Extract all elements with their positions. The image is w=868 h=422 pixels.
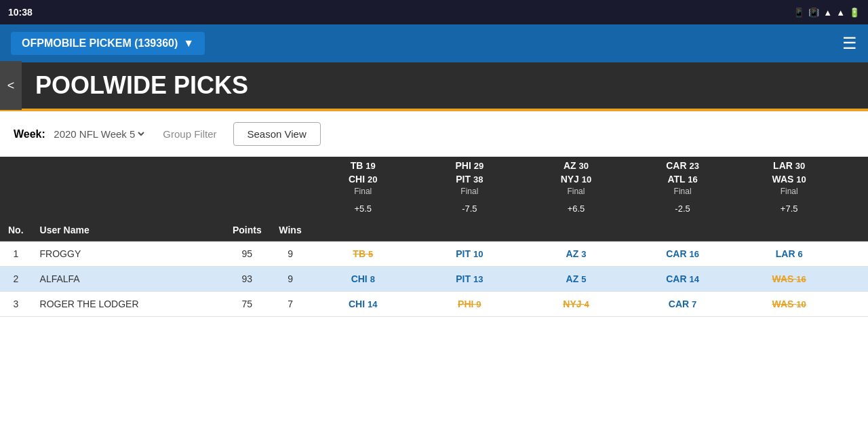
picks-table-container: TB 19 CHI 20 Final PHI 29 PIT 38 Final A… bbox=[0, 157, 868, 317]
matchup-header-2: AZ 30 NYJ 10 Final bbox=[523, 157, 629, 200]
week-select[interactable]: 2020 NFL Week 5 bbox=[51, 128, 146, 140]
row-wins: 9 bbox=[271, 242, 309, 267]
matchup-header-row: TB 19 CHI 20 Final PHI 29 PIT 38 Final A… bbox=[0, 157, 868, 200]
page-header: < POOLWIDE PICKS bbox=[0, 62, 868, 111]
table-row: 2 ALFALFA 93 9 CHI 8PIT 13AZ 5CAR 14WAS … bbox=[0, 267, 868, 292]
week-label: Week: 2020 NFL Week 5 bbox=[14, 128, 146, 140]
signal-icon: ▲ bbox=[836, 7, 845, 18]
season-view-button[interactable]: Season View bbox=[233, 122, 321, 146]
row-points: 95 bbox=[223, 242, 271, 267]
battery-icon: 🔋 bbox=[849, 7, 860, 18]
pick-cell-0-0: TB 5 bbox=[310, 242, 416, 267]
page-title: POOLWIDE PICKS bbox=[35, 71, 248, 100]
row-name: FROGGY bbox=[32, 242, 224, 267]
pick-cell-1-1: PIT 13 bbox=[416, 267, 523, 292]
row-no: 1 bbox=[0, 242, 32, 267]
spread-1: -7.5 bbox=[416, 200, 523, 219]
col-no: No. bbox=[0, 219, 32, 242]
pick-cell-1-4: WAS 16 bbox=[736, 267, 842, 292]
col-wins: Wins bbox=[271, 219, 309, 242]
back-button[interactable]: < bbox=[0, 61, 22, 110]
row-name: ROGER THE LODGER bbox=[32, 292, 224, 317]
picks-table: TB 19 CHI 20 Final PHI 29 PIT 38 Final A… bbox=[0, 157, 868, 317]
nav-brand[interactable]: OFPMOBILE PICKEM (139360) ▼ bbox=[11, 32, 205, 55]
phone-icon: 📱 bbox=[793, 7, 804, 18]
wifi-icon: ▲ bbox=[823, 7, 832, 18]
row-points: 93 bbox=[223, 267, 271, 292]
col-match-2 bbox=[523, 219, 629, 242]
pick-cell-0-1: PIT 10 bbox=[416, 242, 523, 267]
spread-4: +7.5 bbox=[736, 200, 842, 219]
col-match-0 bbox=[310, 219, 416, 242]
row-name: ALFALFA bbox=[32, 267, 224, 292]
status-bar: 10:38 📱 📳 ▲ ▲ 🔋 bbox=[0, 0, 868, 24]
vibrate-icon: 📳 bbox=[808, 7, 819, 18]
time: 10:38 bbox=[8, 7, 33, 18]
pick-cell-1-2: AZ 5 bbox=[523, 267, 629, 292]
table-row: 1 FROGGY 95 9 TB 5PIT 10AZ 3CAR 16LAR 6 bbox=[0, 242, 868, 267]
col-points: Points bbox=[223, 219, 271, 242]
matchup-header-3: CAR 23 ATL 16 Final bbox=[629, 157, 736, 200]
pick-cell-2-3: CAR 7 bbox=[629, 292, 736, 317]
pick-cell-2-0: CHI 14 bbox=[310, 292, 416, 317]
spread-2: +6.5 bbox=[523, 200, 629, 219]
col-username: User Name bbox=[32, 219, 224, 242]
row-points: 75 bbox=[223, 292, 271, 317]
pick-cell-0-3: CAR 16 bbox=[629, 242, 736, 267]
col-match-4 bbox=[736, 219, 842, 242]
col-match-3 bbox=[629, 219, 736, 242]
group-filter-link[interactable]: Group Filter bbox=[163, 128, 216, 140]
pick-cell-2-2: NYJ 4 bbox=[523, 292, 629, 317]
row-wins: 9 bbox=[271, 267, 309, 292]
col-match-1 bbox=[416, 219, 523, 242]
status-icons: 📱 📳 ▲ ▲ 🔋 bbox=[793, 7, 860, 18]
pick-cell-0-2: AZ 3 bbox=[523, 242, 629, 267]
spread-3: -2.5 bbox=[629, 200, 736, 219]
row-no: 2 bbox=[0, 267, 32, 292]
pick-cell-2-4: WAS 10 bbox=[736, 292, 842, 317]
col-labels-row: No. User Name Points Wins bbox=[0, 219, 868, 242]
controls-row: Week: 2020 NFL Week 5 Group Filter Seaso… bbox=[0, 111, 868, 157]
spread-0: +5.5 bbox=[310, 200, 416, 219]
row-no: 3 bbox=[0, 292, 32, 317]
matchup-header-0: TB 19 CHI 20 Final bbox=[310, 157, 416, 200]
pick-cell-1-0: CHI 8 bbox=[310, 267, 416, 292]
matchup-header-4: LAR 30 WAS 10 Final bbox=[736, 157, 842, 200]
matchup-header-1: PHI 29 PIT 38 Final bbox=[416, 157, 523, 200]
row-wins: 7 bbox=[271, 292, 309, 317]
brand-label: OFPMOBILE PICKEM (139360) bbox=[22, 37, 178, 50]
spread-row: +5.5 -7.5 +6.5 -2.5 +7.5 bbox=[0, 200, 868, 219]
top-nav: OFPMOBILE PICKEM (139360) ▼ ☰ bbox=[0, 24, 868, 62]
dropdown-arrow[interactable]: ▼ bbox=[183, 37, 194, 50]
pick-cell-1-3: CAR 14 bbox=[629, 267, 736, 292]
pick-cell-0-4: LAR 6 bbox=[736, 242, 842, 267]
pick-cell-2-1: PHI 9 bbox=[416, 292, 523, 317]
table-row: 3 ROGER THE LODGER 75 7 CHI 14PHI 9NYJ 4… bbox=[0, 292, 868, 317]
hamburger-menu[interactable]: ☰ bbox=[842, 34, 857, 53]
